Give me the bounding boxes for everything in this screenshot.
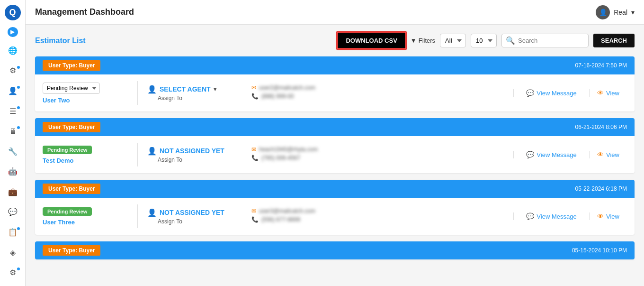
card-1-header-left: User Type: Buyer — [43, 60, 100, 71]
sidebar-item-gear-group[interactable]: ⚙ — [4, 264, 22, 281]
sidebar-item-list[interactable]: ☰ — [4, 102, 22, 120]
col-view-3: 👁 View — [589, 212, 627, 220]
user-menu[interactable]: 👤 Real ▾ — [596, 5, 635, 19]
view-icon-1: 👁 — [597, 89, 604, 97]
card-3: User Type: Buyer 05-22-2024 6:18 PM Pend… — [35, 180, 635, 235]
agent-name-2: 👤 NOT ASSIGNED YET — [147, 147, 244, 156]
card-3-date: 05-22-2024 6:18 PM — [575, 185, 627, 192]
card-2-body: Pending Review Test Demo 👤 NOT ASSIGNED … — [35, 136, 635, 173]
filter-icon: ▼ — [411, 37, 417, 44]
message-icon-1: 💬 — [526, 89, 534, 97]
view-message-link-3[interactable]: 💬 View Message — [526, 212, 576, 220]
agent-person-icon-3: 👤 — [147, 208, 157, 217]
search-icon: 🔍 — [506, 36, 515, 45]
agent-assign-3: Assign To — [147, 218, 244, 225]
sidebar-item-settings[interactable]: ⚙ — [4, 62, 22, 80]
search-input[interactable] — [518, 34, 584, 47]
card-1-date: 07-16-2024 7:50 PM — [575, 62, 627, 69]
agent-name-3: 👤 NOT ASSIGNED YET — [147, 208, 244, 217]
user-type-badge-2: User Type: Buyer — [43, 122, 100, 132]
content-area: Estimator List DOWNLOAD CSV ▼ Filters Al… — [26, 25, 644, 286]
card-3-header: User Type: Buyer 05-22-2024 6:18 PM — [35, 180, 635, 198]
view-message-link-2[interactable]: 💬 View Message — [526, 151, 576, 158]
main-content: Management Dashboard 👤 Real ▾ Estimator … — [26, 0, 644, 286]
phone-value-2: (765) 006-4567 — [261, 155, 300, 161]
phone-value-3: (556) 677-8899 — [261, 216, 300, 223]
card-2-header: User Type: Buyer 06-21-2024 8:06 PM — [35, 118, 635, 136]
status-select-1[interactable]: Pending Review — [43, 83, 100, 94]
top-bar: Estimator List DOWNLOAD CSV ▼ Filters Al… — [35, 32, 635, 49]
sidebar-item-layers[interactable]: ◈ — [4, 244, 22, 261]
card-2-date: 06-21-2024 8:06 PM — [575, 124, 627, 130]
page-title: Management Dashboard — [35, 7, 134, 17]
user-type-badge-3: User Type: Buyer — [43, 184, 100, 194]
sidebar-item-desktop[interactable]: 🖥 — [4, 122, 22, 140]
contact-phone-row-2: 📞 (765) 006-4567 — [251, 155, 506, 161]
person-dot — [17, 86, 20, 89]
sidebar-item-tool[interactable]: 🔧 — [4, 143, 22, 160]
user-type-badge-4: User Type: Buyer — [43, 245, 100, 256]
card-1-header: User Type: Buyer 07-16-2024 7:50 PM — [35, 56, 635, 74]
search-button[interactable]: SEARCH — [593, 34, 635, 47]
email-icon-1: ✉ — [251, 84, 256, 91]
per-page-dropdown[interactable]: 10 — [471, 34, 497, 47]
card-1: User Type: Buyer 07-16-2024 7:50 PM Pend… — [35, 56, 635, 111]
header: Management Dashboard 👤 Real ▾ — [26, 0, 644, 25]
card-3-body: Pending Review User Three 👤 NOT ASSIGNED… — [35, 198, 635, 235]
col-actions-1: 💬 View Message — [513, 89, 589, 97]
col-contact-3: ✉ user3@mailcatch.com 📞 (556) 677-8899 — [251, 208, 513, 225]
divider-2 — [137, 143, 138, 166]
username-3[interactable]: User Three — [43, 219, 130, 226]
agent-assign-2: Assign To — [147, 157, 244, 163]
col-agent-1: 👤 SELECT AGENT ▾ Assign To — [147, 85, 251, 101]
download-csv-button[interactable]: DOWNLOAD CSV — [337, 32, 405, 49]
card-4-date: 05-15-2024 10:10 PM — [572, 247, 627, 254]
app-logo[interactable]: Q — [5, 5, 21, 20]
col-contact-2: ✉ heach1940@rhyta.com 📞 (765) 006-4567 — [251, 146, 513, 163]
sidebar-item-contact[interactable]: 📋 — [4, 223, 22, 241]
status-badge-2: Pending Review — [43, 146, 92, 154]
agent-person-icon-2: 👤 — [147, 147, 157, 156]
card-3-header-left: User Type: Buyer — [43, 184, 100, 194]
phone-icon-2: 📞 — [251, 155, 259, 161]
status-dropdown-wrap-1: Pending Review — [43, 83, 130, 94]
agent-name-1: 👤 SELECT AGENT ▾ — [147, 85, 244, 94]
sidebar-toggle[interactable]: ▶ — [8, 27, 18, 37]
username-2[interactable]: Test Demo — [43, 157, 130, 164]
sidebar-item-robot[interactable]: 🤖 — [4, 163, 22, 180]
view-message-link-1[interactable]: 💬 View Message — [526, 89, 576, 97]
col-status-2: Pending Review Test Demo — [43, 145, 137, 164]
message-icon-2: 💬 — [526, 151, 534, 158]
sidebar-item-person[interactable]: 👤 — [4, 82, 22, 100]
username-1[interactable]: User Two — [43, 97, 130, 104]
card-2: User Type: Buyer 06-21-2024 8:06 PM Pend… — [35, 118, 635, 173]
email-value-1: user2@mailcatch.com — [259, 84, 315, 91]
sidebar-item-briefcase[interactable]: 💼 — [4, 183, 22, 201]
card-4-header-left: User Type: Buyer — [43, 245, 100, 256]
view-link-1[interactable]: 👁 View — [597, 89, 619, 97]
agent-chevron-1[interactable]: ▾ — [214, 86, 216, 92]
filter-dropdown[interactable]: All — [440, 34, 466, 47]
desktop-dot — [17, 126, 20, 129]
col-actions-2: 💬 View Message — [513, 151, 589, 158]
agent-assign-1: Assign To — [147, 95, 244, 101]
card-4-header: User Type: Buyer 05-15-2024 10:10 PM — [35, 241, 635, 259]
view-icon-3: 👁 — [597, 212, 604, 220]
agent-person-icon-1: 👤 — [147, 85, 157, 94]
view-link-3[interactable]: 👁 View — [597, 212, 619, 220]
settings-dot — [17, 66, 20, 69]
phone-value-1: (888) 999-00 — [261, 93, 294, 100]
col-actions-3: 💬 View Message — [513, 212, 589, 220]
divider-1 — [137, 81, 138, 105]
list-dot — [17, 106, 20, 109]
contact-dot — [17, 227, 20, 230]
contact-phone-row-1: 📞 (888) 999-00 — [251, 93, 506, 100]
user-type-badge-1: User Type: Buyer — [43, 60, 100, 71]
avatar: 👤 — [596, 5, 610, 19]
sidebar: Q ▶ 🌐 ⚙ 👤 ☰ 🖥 🔧 🤖 💼 💬 📋 ◈ ⚙ — [0, 0, 26, 286]
sidebar-item-chat[interactable]: 💬 — [4, 203, 22, 221]
divider-3 — [137, 204, 138, 228]
contact-email-row-3: ✉ user3@mailcatch.com — [251, 208, 506, 214]
view-link-2[interactable]: 👁 View — [597, 151, 619, 158]
sidebar-item-globe[interactable]: 🌐 — [4, 42, 22, 59]
